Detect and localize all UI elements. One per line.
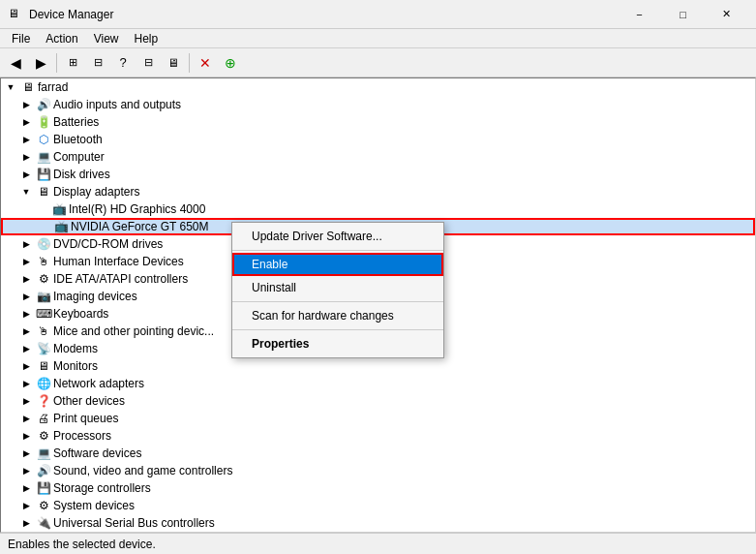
toolbar-uninstall[interactable]: ⊟ (136, 51, 160, 75)
minimize-button[interactable]: − (618, 0, 661, 29)
toolbar-update[interactable]: ⊟ (86, 51, 109, 75)
item-label: Software devices (53, 446, 141, 460)
ctx-properties[interactable]: Properties (232, 332, 443, 355)
list-item[interactable]: ▶ 🖥 Monitors (1, 357, 755, 375)
audio-icon: 🔊 (36, 97, 51, 112)
modem-icon: 📡 (36, 341, 51, 356)
list-item[interactable]: ▶ 💻 Computer (1, 148, 755, 166)
ctx-uninstall[interactable]: Uninstall (232, 276, 443, 299)
expand-icon[interactable]: ▶ (18, 236, 34, 252)
network-icon: 🌐 (36, 376, 51, 391)
expand-icon[interactable]: ▶ (18, 463, 34, 478)
item-label: Storage controllers (53, 481, 151, 495)
toolbar-forward[interactable]: ▶ (29, 51, 52, 75)
ctx-scan[interactable]: Scan for hardware changes (232, 304, 443, 327)
item-label: Universal Serial Bus controllers (53, 516, 215, 530)
nvidia-label: NVIDIA GeForce GT 650M (71, 220, 209, 233)
toolbar-sep-1 (56, 53, 57, 73)
ctx-enable[interactable]: Enable (232, 253, 443, 276)
list-item[interactable]: ▶ 💾 Disk drives (1, 166, 755, 183)
expand-icon[interactable]: ▶ (18, 254, 34, 269)
expand-icon[interactable]: ▶ (18, 446, 34, 461)
toolbar-remove[interactable]: ✕ (194, 51, 217, 75)
expand-icon[interactable]: ▶ (18, 306, 34, 322)
item-label: Network adapters (53, 377, 144, 390)
expand-icon[interactable]: ▶ (18, 480, 34, 496)
list-item[interactable]: ▶ 💾 Storage controllers (1, 479, 755, 497)
software-icon: 💻 (36, 446, 51, 461)
expand-icon[interactable]: ▶ (18, 114, 34, 130)
list-item[interactable]: ▶ 📺 Intel(R) HD Graphics 4000 (1, 200, 755, 218)
expand-icon[interactable]: ▶ (18, 323, 34, 339)
toolbar-sep-2 (189, 53, 190, 73)
menu-action[interactable]: Action (38, 30, 85, 47)
root-expand-btn[interactable]: ▼ (3, 79, 18, 95)
list-item[interactable]: ▶ ❓ Other devices (1, 392, 755, 410)
tree-root[interactable]: ▼ 🖥 farrad (1, 78, 755, 96)
menu-bar: File Action View Help (0, 29, 756, 48)
list-item[interactable]: ▶ 🌐 Network adapters (1, 375, 755, 392)
list-item[interactable]: ▶ 🔊 Sound, video and game controllers (1, 462, 755, 479)
list-item[interactable]: ▶ 💻 Software devices (1, 445, 755, 462)
list-item[interactable]: ▶ ⚙ System devices (1, 497, 755, 514)
list-item[interactable]: ▶ 🔊 Audio inputs and outputs (1, 96, 755, 113)
print-icon: 🖨 (36, 411, 51, 426)
ctx-sep-3 (232, 329, 443, 330)
list-item[interactable]: ▶ 🔌 Universal Serial Bus controllers (1, 514, 755, 532)
disk-icon: 💾 (36, 167, 51, 182)
close-button[interactable]: ✕ (705, 0, 748, 29)
toolbar-help[interactable]: ? (111, 51, 135, 75)
battery-icon: 🔋 (36, 114, 51, 130)
window-controls: − □ ✕ (618, 0, 748, 29)
app-icon: 🖥 (8, 7, 23, 22)
imaging-icon: 📷 (36, 289, 51, 304)
toolbar-scan[interactable]: 🖥 (162, 51, 185, 75)
processor-icon: ⚙ (36, 428, 51, 444)
menu-file[interactable]: File (4, 30, 38, 47)
toolbar-back[interactable]: ◀ (4, 51, 27, 75)
item-label: IDE ATA/ATAPI controllers (53, 272, 188, 286)
expand-icon[interactable]: ▶ (18, 411, 34, 426)
expand-icon[interactable]: ▶ (18, 289, 34, 304)
system-icon: ⚙ (36, 498, 51, 513)
menu-help[interactable]: Help (127, 30, 166, 47)
list-item[interactable]: ▶ 🖨 Print queues (1, 410, 755, 427)
item-label: Other devices (53, 394, 125, 408)
list-item[interactable]: ▶ 🔋 Batteries (1, 113, 755, 131)
expand-icon[interactable]: ▶ (18, 167, 34, 182)
toolbar-properties[interactable]: ⊞ (61, 51, 84, 75)
ctx-update-driver[interactable]: Update Driver Software... (232, 225, 443, 248)
expand-icon[interactable]: ▶ (18, 393, 34, 409)
expand-icon[interactable]: ▶ (18, 271, 34, 287)
expand-icon[interactable]: ▶ (18, 97, 34, 112)
item-label: DVD/CD-ROM drives (53, 237, 163, 251)
toolbar-add[interactable]: ⊕ (219, 51, 242, 75)
list-item[interactable]: ▶ ⬡ Bluetooth (1, 131, 755, 148)
expand-icon[interactable]: ▶ (18, 498, 34, 513)
expand-icon[interactable]: ▶ (18, 358, 34, 374)
storage-icon: 💾 (36, 480, 51, 496)
expand-icon[interactable]: ▶ (18, 132, 34, 147)
item-label: Disk drives (53, 168, 110, 181)
expand-icon[interactable]: ▶ (18, 376, 34, 391)
expand-icon[interactable]: ▶ (18, 515, 34, 531)
item-label: Intel(R) HD Graphics 4000 (69, 202, 205, 216)
expand-icon[interactable]: ▶ (18, 341, 34, 356)
maximize-button[interactable]: □ (661, 0, 705, 29)
expand-icon[interactable]: ▼ (18, 184, 34, 200)
main-area: ▼ 🖥 farrad ▶ 🔊 Audio inputs and outputs … (0, 77, 756, 533)
expand-icon[interactable]: ▶ (18, 149, 34, 165)
sound-icon: 🔊 (36, 463, 51, 478)
expand-icon[interactable]: ▶ (18, 428, 34, 444)
dvd-icon: 💿 (36, 236, 51, 252)
list-item[interactable]: ▶ ⚙ Processors (1, 427, 755, 445)
device-tree[interactable]: ▼ 🖥 farrad ▶ 🔊 Audio inputs and outputs … (0, 77, 756, 533)
menu-view[interactable]: View (86, 30, 127, 47)
item-label: Audio inputs and outputs (53, 98, 181, 111)
nvidia-icon: 📺 (53, 219, 69, 234)
gpu-icon: 📺 (51, 201, 67, 217)
item-label: Bluetooth (53, 133, 103, 146)
window-title: Device Manager (29, 8, 618, 21)
list-item[interactable]: ▼ 🖥 Display adapters (1, 183, 755, 200)
title-bar: 🖥 Device Manager − □ ✕ (0, 0, 756, 29)
